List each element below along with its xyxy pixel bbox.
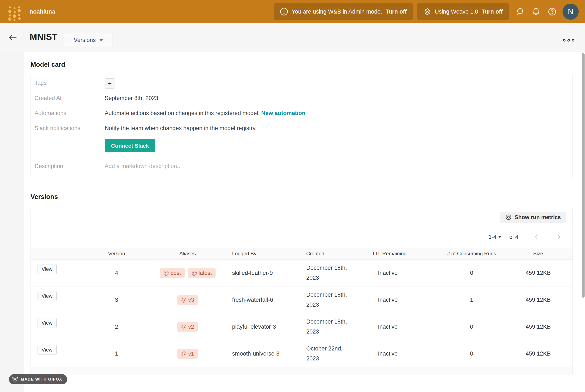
logged-by-cell: skilled-feather-9 <box>232 270 302 276</box>
automations-label: Automations <box>34 109 105 116</box>
add-tag-button[interactable]: + <box>105 78 115 88</box>
weave-layers-icon <box>423 8 431 16</box>
column-created: Created <box>302 251 372 256</box>
alias-pill: @ latest <box>188 268 216 278</box>
automations-text: Automate actions based on changes in thi… <box>105 110 260 116</box>
search-icon[interactable] <box>515 7 525 16</box>
connect-slack-row: Connect Slack <box>34 132 572 152</box>
fox-icon <box>12 376 18 382</box>
table-header-row: Version Aliases Logged By Created TTL Re… <box>31 248 572 260</box>
ttl-remaining-cell: Inactive <box>372 270 440 276</box>
model-card-title: Model card <box>30 61 585 68</box>
tags-label: Tags <box>34 78 105 86</box>
alias-pill: @ best <box>160 268 185 278</box>
versions-dropdown-label: Versions <box>74 37 96 44</box>
notifications-bell-icon[interactable] <box>531 7 541 16</box>
warning-icon <box>280 8 288 16</box>
created-at-label: Created At <box>34 94 105 102</box>
created-cell: December 18th, 2023 <box>302 263 372 283</box>
pagination-caret-icon <box>498 236 501 238</box>
new-automation-link[interactable]: New automation <box>261 110 306 116</box>
consuming-runs-cell: 0 <box>440 324 504 330</box>
wandb-model-registry-page: noahluna You are using W&B in Admin mode… <box>0 0 585 392</box>
aliases-cell: @ best@ latest <box>143 268 232 278</box>
left-rail <box>0 52 24 392</box>
description-row: Description Add a markdown description..… <box>34 162 572 170</box>
aliases-cell: @ v3 <box>143 295 232 305</box>
top-bar: noahluna You are using W&B in Admin mode… <box>0 0 585 23</box>
slack-notifications-text: Notify the team when changes happen in t… <box>105 124 257 132</box>
weave-turn-off-button[interactable]: Turn off <box>482 8 503 15</box>
admin-mode-banner: You are using W&B in Admin mode. Turn of… <box>274 3 413 20</box>
column-logged-by: Logged By <box>232 251 302 256</box>
versions-table-body: View 4 @ best@ latest skilled-feather-9 … <box>31 260 572 367</box>
size-cell: 459.12KB <box>504 270 573 276</box>
alias-pill: @ v3 <box>177 295 198 305</box>
view-button[interactable]: View <box>38 291 56 301</box>
consuming-runs-cell: 0 <box>440 270 504 276</box>
entity-name[interactable]: noahluna <box>30 8 55 15</box>
ttl-remaining-cell: Inactive <box>372 350 440 357</box>
view-button[interactable]: View <box>38 345 56 355</box>
table-row: View 4 @ best@ latest skilled-feather-9 … <box>31 260 572 286</box>
slack-notifications-label: Slack notifications <box>34 124 105 132</box>
table-footer-strip <box>31 367 572 375</box>
column-size: Size <box>504 251 573 256</box>
aliases-cell: @ v1 <box>143 349 232 359</box>
gifox-watermark: MADE WITH GIFOX <box>9 374 67 384</box>
versions-dropdown[interactable]: Versions <box>64 33 113 47</box>
scrollbar-thumb[interactable] <box>582 53 584 298</box>
description-label: Description <box>34 162 105 170</box>
back-arrow-icon[interactable] <box>8 34 18 42</box>
description-placeholder[interactable]: Add a markdown description... <box>105 162 182 170</box>
version-cell: 1 <box>90 350 143 357</box>
help-icon[interactable] <box>547 7 557 16</box>
pagination-range-dropdown[interactable]: 1-4 <box>488 234 501 240</box>
overflow-menu-icon[interactable] <box>563 39 574 42</box>
column-consuming-runs: # of Consuming Runs <box>440 251 504 256</box>
eye-icon <box>505 214 512 220</box>
table-row: View 3 @ v3 fresh-waterfall-6 December 1… <box>31 286 572 314</box>
alias-pill: @ v1 <box>177 349 198 359</box>
admin-turn-off-button[interactable]: Turn off <box>386 8 407 15</box>
ttl-remaining-cell: Inactive <box>372 324 440 330</box>
version-cell: 2 <box>90 324 143 330</box>
previous-page-button[interactable] <box>533 233 540 240</box>
automations-row: Automations Automate actions based on ch… <box>34 109 572 116</box>
pagination-total: of 4 <box>509 234 518 240</box>
version-cell: 4 <box>90 270 143 276</box>
user-avatar[interactable]: N <box>562 4 579 20</box>
next-page-button[interactable] <box>555 233 562 240</box>
tags-row: Tags + <box>34 78 572 88</box>
created-cell: December 18th, 2023 <box>302 317 372 337</box>
versions-panel: Show run metrics 1-4 of 4 <box>30 208 573 375</box>
alias-pill: @ v2 <box>177 322 198 332</box>
notification-dot <box>554 6 558 9</box>
column-version: Version <box>90 251 143 256</box>
size-cell: 459.12KB <box>504 297 573 303</box>
show-run-metrics-button[interactable]: Show run metrics <box>500 212 566 223</box>
consuming-runs-cell: 0 <box>440 350 504 357</box>
connect-slack-button[interactable]: Connect Slack <box>105 139 155 152</box>
view-button[interactable]: View <box>38 264 56 274</box>
logged-by-cell: fresh-waterfall-6 <box>232 297 302 303</box>
model-card-panel: Tags + Created At September 8th, 2023 Au… <box>30 74 573 178</box>
view-button[interactable]: View <box>38 318 56 328</box>
page-title: MNIST <box>30 32 58 42</box>
pagination-range-label: 1-4 <box>488 234 496 240</box>
ttl-remaining-cell: Inactive <box>372 297 440 303</box>
logged-by-cell: smooth-universe-3 <box>232 350 302 357</box>
admin-banner-text: You are using W&B in Admin mode. <box>292 8 382 15</box>
aliases-cell: @ v2 <box>143 322 232 332</box>
table-row: View 1 @ v1 smooth-universe-3 October 22… <box>31 340 572 367</box>
logged-by-cell: playful-elevator-3 <box>232 324 302 330</box>
size-cell: 459.12KB <box>504 324 573 330</box>
weave-banner-text: Using Weave 1.0 <box>435 8 478 15</box>
page-header: MNIST Versions <box>0 23 585 52</box>
created-cell: October 22nd, 2023 <box>302 344 372 364</box>
wandb-logo-icon[interactable] <box>8 5 21 19</box>
show-run-metrics-label: Show run metrics <box>515 214 561 220</box>
size-cell: 459.12KB <box>504 350 573 357</box>
version-cell: 3 <box>90 297 143 303</box>
gifox-watermark-text: MADE WITH GIFOX <box>21 377 62 382</box>
